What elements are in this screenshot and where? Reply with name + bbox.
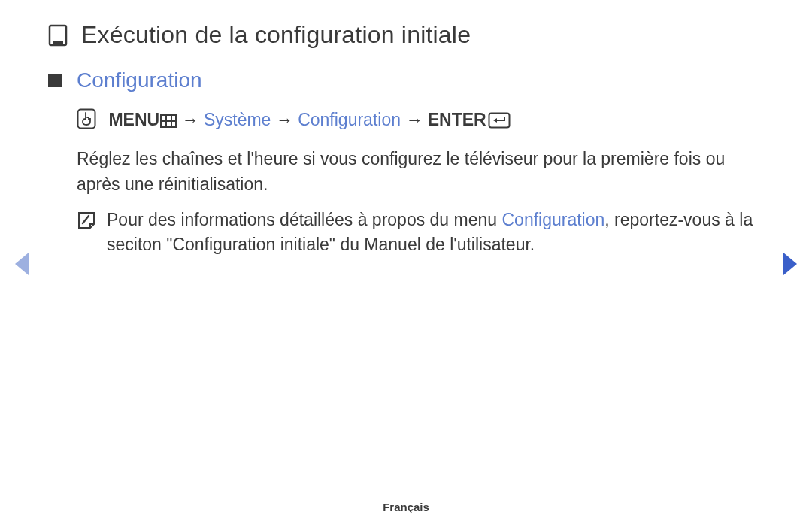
menu-label: MENU — [108, 110, 159, 129]
menu-grid-icon — [160, 110, 177, 135]
note-icon — [77, 210, 96, 237]
note-row: Pour des informations détaillées à propo… — [77, 207, 764, 258]
enter-icon — [488, 111, 511, 135]
menu-path: MENU → Système → Configuration → ENTER — [77, 108, 764, 136]
page-title-row: Exécution de la configuration initiale — [48, 21, 764, 49]
next-page-arrow[interactable] — [782, 251, 798, 280]
page-title: Exécution de la configuration initiale — [81, 21, 471, 49]
touch-icon — [77, 108, 96, 136]
arrow-1: → — [182, 110, 199, 129]
section-heading-row: Configuration — [48, 68, 764, 92]
section-heading: Configuration — [77, 68, 202, 92]
arrow-2: → — [276, 110, 293, 129]
svg-marker-1 — [783, 253, 797, 275]
path-step-configuration: Configuration — [298, 110, 401, 129]
svg-rect-3 — [53, 41, 63, 44]
note-highlight: Configuration — [501, 210, 604, 229]
book-icon — [48, 24, 68, 47]
path-step-systeme: Système — [204, 110, 271, 129]
note-prefix: Pour des informations détaillées à propo… — [107, 210, 501, 229]
enter-label: ENTER — [428, 110, 486, 129]
svg-marker-10 — [493, 118, 497, 123]
prev-page-arrow[interactable] — [14, 251, 30, 280]
svg-marker-0 — [15, 253, 29, 275]
note-text: Pour des informations détaillées à propo… — [107, 207, 764, 258]
body-paragraph: Réglez les chaînes et l'heure si vous co… — [77, 147, 764, 197]
square-bullet-icon — [48, 74, 62, 87]
svg-line-11 — [83, 216, 89, 223]
footer-language: Français — [0, 501, 812, 513]
arrow-3: → — [405, 110, 423, 129]
